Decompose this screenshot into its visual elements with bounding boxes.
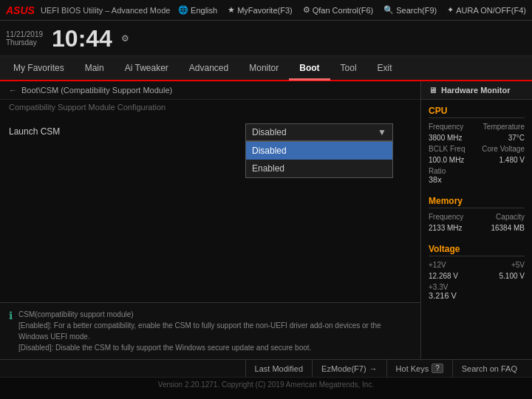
mem-cap-value: 16384 MB — [491, 224, 525, 232]
breadcrumb: ← Boot\CSM (Compatibility Support Module… — [0, 81, 420, 100]
breadcrumb-path: Boot\CSM (Compatibility Support Module) — [21, 86, 172, 95]
bios-title: UEFI BIOS Utility – Advanced Mode — [41, 6, 170, 15]
datetime-bar: 11/21/2019 Thursday 10:44 ⚙ — [0, 21, 532, 56]
hotkeys-key: ? — [432, 364, 443, 373]
myfavorites-button[interactable]: ★ MyFavorite(F3) — [228, 5, 293, 15]
search-icon: 🔍 — [383, 5, 394, 15]
nav-main[interactable]: Main — [75, 55, 115, 81]
hotkeys-item[interactable]: Hot Keys ? — [386, 360, 452, 377]
v33-value: 3.216 V — [429, 291, 525, 300]
nav-tool[interactable]: Tool — [330, 55, 367, 81]
voltage-section: Voltage +12V +5V 12.268 V 5.100 V +3.3V … — [421, 238, 532, 306]
option-enabled[interactable]: Enabled — [246, 160, 392, 177]
launch-csm-dropdown: Disabled ▼ Disabled Enabled — [245, 123, 412, 141]
main-layout: ← Boot\CSM (Compatibility Support Module… — [0, 81, 532, 359]
cpu-temp-label: Temperature — [483, 123, 525, 131]
cpu-temp-value: 37°C — [508, 134, 525, 142]
aura-button[interactable]: ✦ AURA ON/OFF(F4) — [447, 5, 526, 15]
qfan-label: Qfan Control(F6) — [313, 6, 374, 15]
search-faq-label: Search on FAQ — [462, 364, 517, 373]
cpu-vcore-label: Core Voltage — [482, 145, 525, 153]
search-button[interactable]: 🔍 Search(F9) — [383, 5, 437, 15]
fan-icon: ⚙ — [303, 5, 310, 15]
mem-freq-val-row: 2133 MHz 16384 MB — [429, 224, 525, 232]
mem-cap-label: Capacity — [496, 213, 525, 221]
ezmode-label: EzMode(F7) — [321, 364, 366, 373]
nav-advanced[interactable]: Advanced — [179, 55, 239, 81]
info-text: CSM(compatibility support module) [Enabl… — [18, 309, 412, 353]
nav-boot[interactable]: Boot — [289, 55, 330, 81]
language-label: English — [191, 6, 217, 15]
hotkeys-label: Hot Keys — [396, 364, 429, 373]
nav-ai-tweaker[interactable]: Ai Tweaker — [115, 55, 179, 81]
cpu-freq-row: Frequency Temperature — [429, 123, 525, 131]
star-icon: ★ — [228, 5, 235, 15]
nav-monitor[interactable]: Monitor — [239, 55, 289, 81]
mem-freq-row: Frequency Capacity — [429, 213, 525, 221]
cpu-freq-label: Frequency — [429, 123, 463, 131]
ezmode-arrow-icon: → — [369, 364, 378, 373]
nav-my-favorites[interactable]: My Favorites — [3, 55, 75, 81]
time-display: 10:44 — [52, 27, 112, 50]
cpu-section: CPU Frequency Temperature 3800 MHz 37°C … — [421, 100, 532, 190]
dropdown-value: Disabled — [252, 127, 287, 137]
hw-monitor-title: Hardware Monitor — [441, 86, 511, 95]
cpu-freq-value: 3800 MHz — [429, 134, 463, 142]
hardware-monitor-panel: 🖥 Hardware Monitor CPU Frequency Tempera… — [421, 81, 532, 359]
v5-value: 5.100 V — [499, 272, 525, 280]
info-line-2: [Enabled]: For a better compatibility, e… — [18, 320, 412, 342]
cpu-freq-val-row: 3800 MHz 37°C — [429, 134, 525, 142]
dropdown-selected[interactable]: Disabled ▼ — [245, 123, 393, 141]
v33-label: +3.3V — [429, 283, 525, 291]
v12-label: +12V — [429, 261, 446, 269]
memory-section: Memory Frequency Capacity 2133 MHz 16384… — [421, 190, 532, 238]
aura-label: AURA ON/OFF(F4) — [456, 6, 526, 15]
footer-text: Version 2.20.1271. Copyright (C) 2019 Am… — [158, 381, 374, 389]
dropdown-arrow-icon: ▼ — [378, 127, 386, 137]
clock-gear-icon[interactable]: ⚙ — [121, 33, 129, 44]
dropdown-menu: Disabled Enabled — [245, 141, 393, 178]
section-description: Compatibility Support Module Configurati… — [0, 100, 420, 117]
language-icon: 🌐 — [178, 5, 188, 15]
search-label: Search(F9) — [396, 6, 437, 15]
cpu-ratio-label: Ratio — [429, 167, 525, 175]
date-display: 11/21/2019 — [6, 30, 43, 38]
voltage-12v-row: +12V +5V — [429, 261, 525, 269]
v12-value: 12.268 V — [429, 272, 458, 280]
search-faq-button[interactable]: Search on FAQ — [452, 360, 526, 377]
launch-csm-row: Launch CSM Disabled ▼ Disabled Enabled — [0, 117, 420, 147]
cpu-ratio-value: 38x — [429, 175, 525, 184]
hw-monitor-header: 🖥 Hardware Monitor — [421, 81, 532, 100]
last-modified-label: Last Modified — [255, 364, 303, 373]
info-line-1: CSM(compatibility support module) — [18, 309, 412, 320]
left-content: ← Boot\CSM (Compatibility Support Module… — [0, 81, 421, 359]
cpu-bclk-row: BCLK Freq Core Voltage — [429, 145, 525, 153]
ezmode-button[interactable]: EzMode(F7) → — [312, 360, 386, 377]
date-block: 11/21/2019 Thursday — [6, 30, 43, 47]
day-display: Thursday — [6, 38, 43, 47]
language-selector[interactable]: 🌐 English — [178, 5, 217, 15]
nav-bar: My Favorites Main Ai Tweaker Advanced Mo… — [0, 56, 532, 81]
last-modified-item[interactable]: Last Modified — [245, 360, 312, 377]
cpu-vcore-value: 1.480 V — [499, 156, 525, 164]
qfan-button[interactable]: ⚙ Qfan Control(F6) — [303, 5, 374, 15]
aura-icon: ✦ — [447, 5, 454, 15]
monitor-icon: 🖥 — [429, 86, 437, 95]
cpu-bclk-value: 100.0 MHz — [429, 156, 464, 164]
option-disabled[interactable]: Disabled — [246, 142, 392, 160]
back-icon[interactable]: ← — [9, 86, 17, 95]
info-icon: ℹ — [9, 310, 13, 353]
voltage-12v-val-row: 12.268 V 5.100 V — [429, 272, 525, 280]
asus-logo: ASUS — [6, 4, 35, 16]
cpu-section-title: CPU — [429, 106, 525, 118]
v5-label: +5V — [511, 261, 525, 269]
nav-exit[interactable]: Exit — [367, 55, 403, 81]
info-box: ℹ CSM(compatibility support module) [Ena… — [0, 302, 420, 359]
mem-freq-value: 2133 MHz — [429, 224, 463, 232]
info-line-3: [Disabled]: Disable the CSM to fully sup… — [18, 342, 412, 353]
memory-section-title: Memory — [429, 196, 525, 208]
mem-freq-label: Frequency — [429, 213, 463, 221]
voltage-section-title: Voltage — [429, 244, 525, 256]
top-bar: ASUS UEFI BIOS Utility – Advanced Mode 🌐… — [0, 0, 532, 21]
bottom-bar: Last Modified EzMode(F7) → Hot Keys ? Se… — [0, 359, 532, 377]
